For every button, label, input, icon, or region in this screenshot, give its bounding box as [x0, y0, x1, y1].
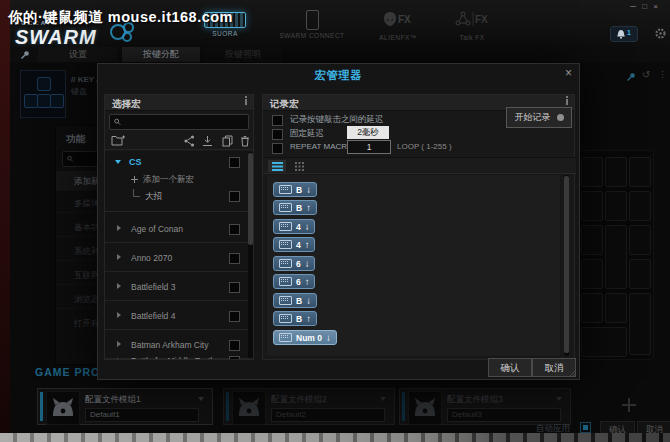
caret-open-icon[interactable]: [115, 160, 121, 164]
tree-group-anno-2070[interactable]: Anno 2070: [105, 244, 251, 272]
tree-checkbox[interactable]: [229, 340, 240, 351]
tab-key-illumination[interactable]: 按键照明: [204, 47, 282, 62]
tree-checkbox[interactable]: [229, 311, 240, 322]
nav-item-alienfx[interactable]: FX ALIENFX™: [362, 10, 434, 41]
nav-label: SWARM CONNECT: [270, 32, 354, 39]
tree-group-cs[interactable]: CS: [105, 153, 251, 173]
step-key-label: B: [296, 185, 302, 195]
steps-scrollbar-thumb[interactable]: [564, 176, 569, 353]
tree-checkbox[interactable]: [229, 356, 240, 359]
import-icon[interactable]: [202, 135, 213, 147]
tree-checkbox[interactable]: [229, 282, 240, 293]
tree-group-label: Anno 2070: [131, 253, 172, 263]
phone-icon: [306, 10, 319, 30]
repeat-count-input[interactable]: 1: [347, 140, 391, 154]
info-icon[interactable]: [245, 99, 247, 105]
record-delays-checkbox[interactable]: [272, 115, 283, 126]
step-key-label: B: [296, 296, 302, 306]
copy-icon[interactable]: [222, 135, 233, 147]
list-view-button[interactable]: [268, 160, 286, 172]
tree-scrollbar[interactable]: [248, 152, 253, 358]
macro-step[interactable]: B ↑: [273, 200, 317, 215]
tree-group-battle-for-middle-earth[interactable]: Battle for Middle Earth: [105, 354, 251, 359]
share-icon[interactable]: [184, 135, 195, 147]
keyboard-icon: [279, 203, 292, 212]
tab-key-assignment[interactable]: 按键分配: [122, 47, 200, 62]
repeat-macro-checkbox[interactable]: [272, 143, 283, 154]
macro-search-field[interactable]: [124, 116, 244, 128]
bell-icon: [617, 30, 625, 39]
nav-item-talkfx[interactable]: FX Talk FX: [442, 10, 502, 41]
brand-swarm-label: SWARM: [15, 26, 97, 49]
caret-right-icon[interactable]: [117, 358, 121, 359]
keyboard-icon: [279, 222, 292, 231]
maximize-button[interactable]: □: [642, 2, 649, 11]
tree-group-battlefield-3[interactable]: Battlefield 3: [105, 273, 251, 301]
nav-item-swarm-connect[interactable]: SWARM CONNECT: [270, 10, 354, 39]
tree-group-label: Battlefield 4: [131, 311, 175, 321]
macro-step[interactable]: 6 ↑: [273, 274, 315, 289]
dialog-title: 宏管理器: [98, 68, 579, 83]
macro-step[interactable]: 6 ↓: [273, 256, 315, 271]
key-down-arrow-icon: ↓: [305, 222, 310, 232]
tree-checkbox[interactable]: [229, 253, 240, 264]
repeat-macro-label: REPEAT MACRO: [290, 142, 353, 151]
tab-settings[interactable]: 设置: [38, 47, 118, 62]
minimize-button[interactable]: ─: [630, 2, 638, 11]
macro-search-input[interactable]: [109, 114, 249, 130]
keyboard-icon: [279, 259, 292, 268]
key-down-arrow-icon: ↓: [306, 185, 311, 195]
nav-label: ALIENFX™: [362, 34, 434, 41]
tree-checkbox[interactable]: [229, 157, 240, 168]
new-folder-icon[interactable]: [111, 135, 125, 146]
fixed-delay-value-input[interactable]: 2毫秒: [347, 126, 389, 139]
desktop-background-bottom: [0, 433, 670, 442]
macro-step[interactable]: B ↓: [273, 293, 317, 308]
nav-label: SUORA: [190, 30, 260, 37]
tab-bar: 设置 按键分配 按键照明: [10, 47, 670, 63]
grid-view-button[interactable]: [290, 160, 308, 172]
tree-checkbox[interactable]: [229, 224, 240, 235]
resize-grip[interactable]: [569, 369, 577, 377]
fixed-delay-checkbox[interactable]: [272, 129, 283, 140]
close-icon[interactable]: ×: [565, 66, 572, 80]
loop-range-label: LOOP ( 1-255 ): [397, 142, 452, 151]
macro-step[interactable]: 4 ↑: [273, 237, 315, 252]
list-view-icon: [272, 162, 283, 171]
caret-right-icon[interactable]: [117, 225, 121, 231]
caret-right-icon[interactable]: [117, 283, 121, 289]
caret-right-icon[interactable]: [117, 254, 121, 260]
tree-group-battlefield-4[interactable]: Battlefield 4: [105, 302, 251, 330]
macro-step[interactable]: B ↑: [273, 311, 317, 326]
tree-checkbox[interactable]: [229, 191, 240, 202]
macro-step-selected[interactable]: Num 0 ↓: [273, 330, 337, 345]
keyboard-icon: [279, 296, 292, 305]
svg-text:FX: FX: [398, 14, 411, 25]
panel-header: 选择宏: [105, 95, 253, 111]
info-icon[interactable]: [566, 99, 568, 105]
tree-group-label: Battlefield 3: [131, 282, 175, 292]
tree-group-age-of-conan[interactable]: Age of Conan: [105, 215, 251, 243]
key-up-arrow-icon: ↑: [306, 314, 311, 324]
tree-macro-dazhao[interactable]: 大招: [105, 189, 251, 207]
select-macro-panel: 选择宏: [104, 94, 254, 360]
caret-right-icon[interactable]: [117, 312, 121, 318]
pin-icon[interactable]: [20, 50, 30, 60]
delete-trash-icon[interactable]: [240, 135, 250, 147]
notifications-button[interactable]: 1: [610, 26, 638, 42]
settings-gear-icon[interactable]: [654, 27, 667, 40]
step-key-label: B: [296, 203, 302, 213]
macro-step[interactable]: 4 ↓: [273, 219, 315, 234]
step-key-label: 4: [296, 222, 301, 232]
tree-add-macro-action[interactable]: 添加一个新宏: [105, 173, 251, 189]
tree-scrollbar-thumb[interactable]: [248, 153, 253, 245]
caret-right-icon[interactable]: [117, 341, 121, 347]
dialog-confirm-button[interactable]: 确认: [488, 358, 532, 377]
macro-step[interactable]: B ↓: [273, 182, 317, 197]
steps-scrollbar[interactable]: [564, 175, 569, 356]
tree-group-label: CS: [129, 157, 142, 167]
step-key-label: Num 0: [296, 333, 322, 343]
close-window-button[interactable]: ×: [653, 2, 660, 11]
tree-add-macro-label: 添加一个新宏: [143, 174, 194, 186]
start-record-button[interactable]: 开始记录: [506, 107, 572, 128]
